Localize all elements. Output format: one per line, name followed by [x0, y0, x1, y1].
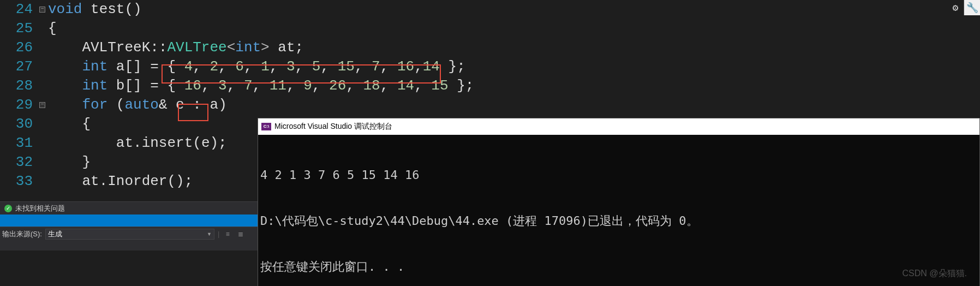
- chevron-down-icon: ▼: [207, 231, 212, 237]
- tool-icon-2[interactable]: ≣: [236, 229, 246, 239]
- line-number: 29: [0, 96, 38, 115]
- wrench-icon[interactable]: 🔧: [964, 0, 980, 15]
- debug-console-window[interactable]: C:\ Microsoft Visual Studio 调试控制台 4 2 1 …: [258, 118, 980, 286]
- code-line[interactable]: AVLTreeK::AVLTree<int> at;: [48, 38, 980, 57]
- code-line[interactable]: int a[] = { 4, 2, 6, 1, 3, 5, 15, 7, 16,…: [48, 57, 980, 76]
- code-line[interactable]: void test(): [48, 0, 980, 19]
- vs-icon: C:\: [261, 123, 271, 130]
- bottom-panel: ✓ 未找到相关问题 ◄ 输出来源(S): 生成 ▼ | ≡ ≣: [0, 201, 258, 251]
- console-exit-line: D:\代码包\c-study2\44\Debug\44.exe (进程 1709…: [260, 213, 977, 229]
- output-source-value: 生成: [48, 229, 62, 239]
- output-source-label: 输出来源(S):: [2, 229, 42, 239]
- check-icon: ✓: [4, 205, 12, 212]
- console-titlebar[interactable]: C:\ Microsoft Visual Studio 调试控制台: [258, 118, 979, 135]
- blue-bar: [0, 214, 258, 227]
- console-title: Microsoft Visual Studio 调试控制台: [274, 122, 392, 132]
- code-line[interactable]: int b[] = { 16, 3, 7, 11, 9, 26, 18, 14,…: [48, 76, 980, 96]
- console-body: 4 2 1 3 7 6 5 15 14 16 D:\代码包\c-study2\4…: [258, 135, 979, 286]
- line-number: 32: [0, 153, 38, 172]
- console-output-line: 4 2 1 3 7 6 5 15 14 16: [260, 168, 977, 183]
- editor-top-right-icons: ⚙ 🔧: [947, 0, 980, 16]
- line-number: 28: [0, 76, 38, 96]
- line-number: 24: [0, 0, 38, 19]
- line-number: 33: [0, 172, 38, 191]
- line-number: 26: [0, 38, 38, 57]
- status-row: ✓ 未找到相关问题 ◄: [0, 202, 258, 214]
- output-row: 输出来源(S): 生成 ▼ | ≡ ≣: [0, 227, 258, 241]
- status-text: 未找到相关问题: [15, 204, 65, 213]
- code-line[interactable]: for (auto& e : a): [48, 96, 980, 115]
- output-source-dropdown[interactable]: 生成 ▼: [45, 229, 214, 240]
- line-number: 31: [0, 134, 38, 153]
- gear-icon[interactable]: ⚙: [947, 0, 964, 15]
- fold-marker[interactable]: −: [39, 7, 45, 13]
- code-line[interactable]: {: [48, 19, 980, 38]
- line-number: 25: [0, 19, 38, 38]
- line-number: 30: [0, 115, 38, 134]
- watermark: CSDN @朵猫猫.: [903, 268, 967, 279]
- line-number: 27: [0, 57, 38, 76]
- console-prompt-line: 按任意键关闭此窗口. . .: [260, 259, 977, 275]
- fold-marker[interactable]: −: [39, 102, 45, 108]
- tool-icon-1[interactable]: ≡: [223, 229, 232, 239]
